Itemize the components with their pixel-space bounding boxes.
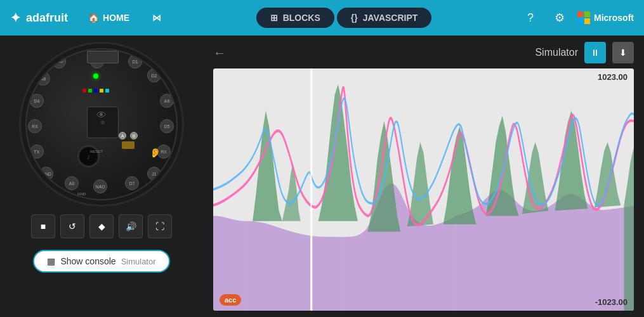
microsoft-label: Microsoft (594, 13, 634, 23)
pad-rx2: RX (28, 119, 42, 133)
pad-a0: A0 (65, 176, 79, 190)
pad-d2: D2 (147, 68, 161, 82)
svg-rect-2 (310, 68, 312, 311)
simulator-header: ← Simulator ⏸ ⬇ (213, 42, 634, 63)
download-icon: ⬇ (619, 48, 627, 58)
stop-button[interactable]: ■ (31, 214, 55, 238)
ms-red-square (577, 11, 583, 17)
back-arrow-icon: ← (213, 46, 226, 60)
top-navigation: ✦ adafruit 🏠 HOME ⋈ ⊞ BLOCKS {} JAVASCRI… (0, 0, 644, 36)
board-eye-icon: 👁 (96, 110, 107, 121)
settings-icon: ⚙ (555, 11, 565, 25)
pad-nao: NAO (93, 179, 107, 193)
console-bar-icon: ▦ (47, 256, 55, 266)
simulator-label: Simulator (121, 257, 156, 266)
reset-label: RESET (90, 150, 103, 153)
ms-green-square (584, 11, 590, 17)
pad-tx: TX (30, 145, 44, 158)
control-bar: ■ ↺ ◆ 🔊 ⛶ (31, 214, 172, 238)
download-button[interactable]: ⬇ (612, 42, 634, 63)
help-icon: ? (527, 11, 534, 25)
settings-button[interactable]: ⚙ (548, 6, 571, 29)
brand-name: adafruit (26, 11, 68, 25)
ear-icon: 👂 (150, 148, 161, 158)
circuit-board: GND D8 D1 D2 A9 D5 RX J1 D7 NAO A0 GND T… (19, 42, 184, 207)
chart-area: 1023.00 -1023.00 acc (213, 68, 634, 311)
pad-d1: D1 (128, 55, 142, 68)
chart-max-value: 1023.00 (598, 72, 628, 82)
main-content: GND D8 D1 D2 A9 D5 RX J1 D7 NAO A0 GND T… (0, 36, 644, 317)
pad-gnd2: GND (39, 167, 53, 181)
chart-min-value: -1023.00 (595, 297, 628, 307)
home-icon: 🏠 (88, 13, 99, 23)
tab-group: ⊞ BLOCKS {} JAVASCRIPT (176, 8, 511, 28)
show-console-button[interactable]: ▦ Show console Simulator (33, 250, 169, 273)
pad-j1: J1 (147, 167, 161, 181)
fullscreen-button[interactable]: ⛶ (148, 214, 172, 238)
ms-blue-square (577, 18, 583, 24)
javascript-icon: {} (351, 13, 358, 23)
show-console-label: Show console (60, 256, 115, 266)
pad-d3: A9 (160, 94, 174, 108)
logo-star-icon: ✦ (10, 10, 21, 25)
pause-button[interactable]: ⏸ (584, 42, 606, 63)
pad-a8: A8 (36, 72, 50, 86)
share-icon: ⋈ (152, 13, 161, 23)
right-panel: ← Simulator ⏸ ⬇ 1023.00 -1023.00 acc (203, 36, 644, 317)
reset-button[interactable]: ↺ (60, 214, 84, 238)
ms-yellow-square (584, 18, 590, 24)
fullscreen-icon: ⛶ (155, 221, 164, 231)
stop-icon: ■ (41, 221, 46, 231)
mute-icon: ◆ (98, 221, 105, 231)
pause-icon: ⏸ (591, 48, 600, 58)
share-button[interactable]: ⋈ (145, 9, 169, 27)
reset-icon: ↺ (69, 221, 76, 231)
help-button[interactable]: ? (519, 6, 542, 29)
brand-logo: ✦ adafruit (10, 10, 68, 25)
speaker: ♪ (77, 145, 100, 167)
component-1 (122, 141, 135, 149)
back-button[interactable]: ← (213, 46, 226, 60)
simulator-title: Simulator (535, 47, 578, 58)
board-inner: GND D8 D1 D2 A9 D5 RX J1 D7 NAO A0 GND T… (25, 48, 178, 200)
left-panel: GND D8 D1 D2 A9 D5 RX J1 D7 NAO A0 GND T… (0, 36, 203, 317)
led-green-indicator (93, 74, 98, 79)
tab-blocks[interactable]: ⊞ BLOCKS (256, 8, 334, 28)
pad-d5: D5 (160, 119, 174, 133)
ms-logo-grid (577, 11, 590, 24)
microsoft-logo: Microsoft (577, 11, 634, 24)
volume-icon: 🔊 (126, 221, 136, 231)
pad-d4: D4 (30, 94, 44, 108)
chart-svg (213, 68, 634, 311)
volume-button[interactable]: 🔊 (119, 214, 143, 238)
tab-javascript[interactable]: {} JAVASCRIPT (337, 8, 432, 28)
home-button[interactable]: 🏠 HOME (81, 9, 137, 27)
neopixel-row (82, 89, 109, 93)
vout-label: VOUT (147, 183, 157, 186)
mute-button[interactable]: ◆ (89, 214, 114, 238)
gnd-label-bottom: GND (77, 192, 86, 196)
usb-connector (87, 51, 119, 63)
blocks-icon: ⊞ (270, 13, 278, 23)
pad-gnd1: GND (52, 55, 66, 68)
pad-d7: D7 (125, 176, 139, 190)
acc-badge: acc (220, 294, 241, 306)
nav-right-actions: ? ⚙ Microsoft (519, 6, 634, 29)
